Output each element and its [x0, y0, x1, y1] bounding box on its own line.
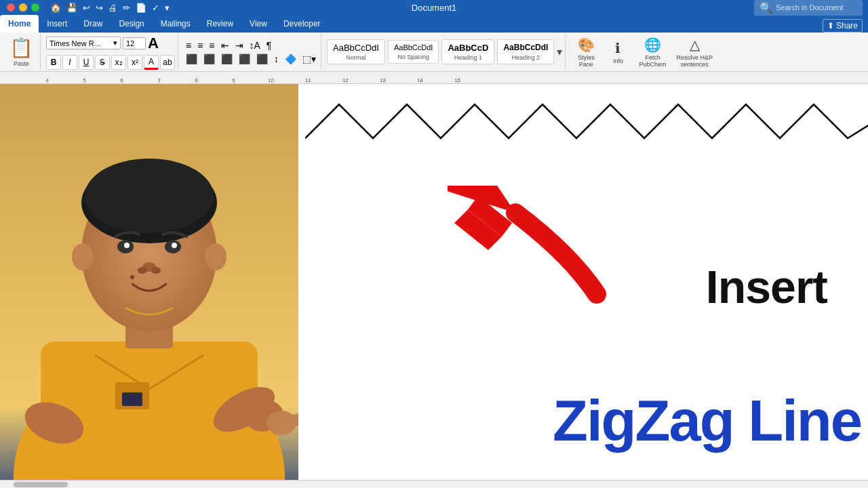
redo-icon[interactable]: ↪: [96, 3, 103, 13]
ruler-mark-11: 11: [290, 77, 327, 83]
line-spacing-button[interactable]: ↕: [272, 53, 281, 65]
decrease-indent-button[interactable]: ⇤: [219, 39, 231, 52]
italic-button[interactable]: I: [62, 55, 77, 70]
resolve-button[interactable]: △ Resolve H&P sentences: [672, 35, 717, 70]
ruler-mark-15: 15: [439, 77, 476, 83]
styles-more-arrow[interactable]: ▾: [557, 45, 562, 58]
svg-point-15: [72, 243, 94, 270]
fetch-pubchem-button[interactable]: 🌐 Fetch PubChem: [635, 35, 670, 70]
resolve-icon: △: [690, 37, 700, 53]
format-buttons: B I U S̶ x₂ x² A ab: [46, 55, 175, 70]
ruler-mark-7: 7: [140, 77, 178, 83]
ribbon-tabs: Home Insert Draw Design Mailings Review …: [0, 15, 868, 33]
tab-view[interactable]: View: [241, 15, 275, 33]
multilevel-list-button[interactable]: ≡: [207, 39, 216, 52]
minimize-button[interactable]: [19, 3, 27, 12]
save-icon[interactable]: 💾: [66, 3, 77, 13]
align-right-button[interactable]: ⬛: [219, 53, 235, 65]
columns-button[interactable]: ⬛: [254, 53, 270, 65]
align-center-button[interactable]: ⬛: [201, 53, 217, 65]
bold-button[interactable]: B: [46, 55, 61, 70]
bullet-list-button[interactable]: ≡: [184, 39, 193, 52]
svg-point-6: [85, 159, 214, 233]
font-name-text: Times New R...: [50, 39, 100, 47]
tab-developer[interactable]: Developer: [275, 15, 329, 33]
person-panel: [0, 84, 298, 488]
tab-insert[interactable]: Insert: [39, 15, 75, 33]
font-name-selector[interactable]: Times New R... ▾: [46, 37, 121, 49]
document-content[interactable]: Insert ZigZag Line: [298, 84, 868, 488]
svg-point-10: [172, 243, 177, 248]
document-area: Insert ZigZag Line: [0, 84, 868, 488]
scrollbar-thumb[interactable]: [14, 482, 68, 487]
ruler-mark-14: 14: [401, 77, 439, 83]
red-arrow-container: [448, 186, 637, 321]
subscript-button[interactable]: x₂: [111, 55, 126, 70]
paste-icon: 📋: [9, 37, 33, 59]
tab-mailings[interactable]: Mailings: [153, 15, 199, 33]
strikethrough-button[interactable]: S̶: [95, 55, 110, 70]
search-box[interactable]: 🔍: [754, 0, 863, 16]
style-nospace-preview: AaBbCcDdI: [394, 43, 433, 52]
undo-icon[interactable]: ↩: [83, 3, 90, 13]
more-icon[interactable]: ▾: [165, 3, 170, 13]
paste-button[interactable]: 📋 Paste: [5, 37, 37, 67]
ruler-mark-9: 9: [215, 77, 252, 83]
style-h1-preview: AaBbCcD: [448, 43, 488, 54]
sort-button[interactable]: ↕A: [248, 39, 262, 52]
style-nospace[interactable]: AaBbCcDdI No Spacing: [388, 40, 439, 64]
maximize-button[interactable]: [31, 3, 39, 12]
zigzag-svg: [305, 98, 868, 152]
tab-review[interactable]: Review: [199, 15, 241, 33]
fetch-icon: 🌐: [644, 37, 661, 53]
close-button[interactable]: [7, 3, 15, 12]
action-group: 🎨 Styles Pane ℹ Info 🌐 Fetch PubChem △ R…: [568, 34, 719, 70]
justify-button[interactable]: ⬛: [237, 53, 252, 65]
tab-draw[interactable]: Draw: [75, 15, 111, 33]
zigzag-label: ZigZag Line: [553, 388, 861, 454]
info-icon: ℹ: [615, 40, 620, 56]
styles-area: AaBbCcDdI Normal AaBbCcDdI No Spacing Aa…: [327, 39, 562, 65]
shading-button[interactable]: 🔷: [283, 53, 298, 65]
svg-point-14: [130, 275, 134, 279]
svg-point-9: [124, 243, 130, 248]
show-marks-button[interactable]: ¶: [264, 39, 274, 52]
home-icon[interactable]: 🏠: [50, 3, 61, 13]
title-icons: 🏠 💾 ↩ ↪ 🖨 ✏ 📄 ✓ ▾: [39, 3, 170, 13]
search-input[interactable]: [776, 3, 857, 12]
file-icon[interactable]: 📄: [136, 3, 146, 13]
horizontal-scrollbar[interactable]: [0, 480, 868, 488]
underline-button[interactable]: U: [79, 55, 94, 70]
font-grow-button[interactable]: A: [148, 35, 159, 52]
style-heading1[interactable]: AaBbCcD Heading 1: [441, 39, 494, 65]
tab-home[interactable]: Home: [0, 15, 39, 33]
borders-button[interactable]: ⬚▾: [300, 53, 318, 65]
styles-pane-button[interactable]: 🎨 Styles Pane: [571, 35, 601, 70]
check-icon[interactable]: ✓: [152, 3, 159, 13]
ruler-mark-13: 13: [364, 77, 401, 83]
red-arrow-svg: [448, 186, 637, 321]
edit-icon[interactable]: ✏: [123, 3, 130, 13]
align-left-button[interactable]: ⬛: [184, 53, 199, 65]
info-button[interactable]: ℹ Info: [603, 38, 633, 66]
highlight-button[interactable]: ab: [160, 55, 175, 70]
increase-indent-button[interactable]: ⇥: [233, 39, 245, 52]
document-title: Document1: [412, 3, 456, 13]
ruler-mark-12: 12: [327, 77, 364, 83]
ruler-marks: 4 5 6 7 8 9 10 11 12 13 14 15: [28, 72, 868, 83]
style-h2-label: Heading 2: [512, 54, 540, 61]
ruler-mark-5: 5: [66, 77, 103, 83]
style-normal[interactable]: AaBbCcDdI Normal: [327, 39, 385, 65]
style-heading2[interactable]: AaBbCcDdI Heading 2: [497, 39, 554, 64]
ruler-mark-8: 8: [178, 77, 215, 83]
ruler-mark-6: 6: [103, 77, 140, 83]
tab-design[interactable]: Design: [111, 15, 152, 33]
resolve-label: Resolve H&P sentences: [676, 54, 713, 68]
print-icon[interactable]: 🖨: [108, 3, 117, 13]
window-controls: [0, 3, 39, 12]
font-size-selector[interactable]: 12: [123, 37, 146, 49]
number-list-button[interactable]: ≡: [195, 39, 205, 52]
share-button[interactable]: ⬆ Share: [823, 19, 863, 33]
font-color-button[interactable]: A: [144, 55, 159, 70]
superscript-button[interactable]: x²: [127, 55, 142, 70]
